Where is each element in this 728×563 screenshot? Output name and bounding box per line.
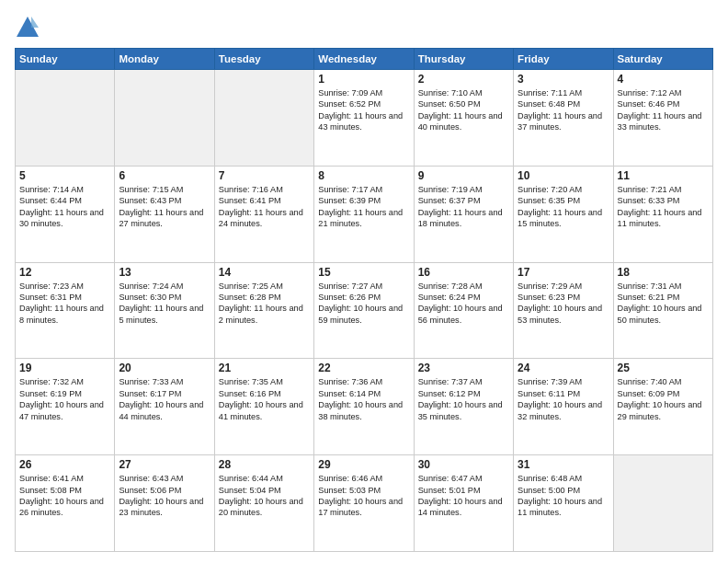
calendar-cell: 4Sunrise: 7:12 AMSunset: 6:46 PMDaylight… (613, 70, 712, 167)
calendar-cell (214, 70, 313, 167)
calendar-cell: 20Sunrise: 7:33 AMSunset: 6:17 PMDayligh… (115, 359, 214, 455)
calendar-cell: 29Sunrise: 6:46 AMSunset: 5:03 PMDayligh… (314, 455, 414, 552)
day-number: 11 (618, 169, 709, 182)
cell-daylight-info: Sunrise: 7:33 AMSunset: 6:17 PMDaylight:… (119, 376, 210, 422)
logo-icon (15, 15, 40, 40)
calendar-cell: 3Sunrise: 7:11 AMSunset: 6:48 PMDaylight… (514, 70, 613, 167)
calendar-cell (115, 70, 214, 167)
day-number: 1 (318, 73, 409, 86)
cell-daylight-info: Sunrise: 7:15 AMSunset: 6:43 PMDaylight:… (119, 184, 210, 230)
weekday-header: Tuesday (214, 49, 313, 70)
cell-daylight-info: Sunrise: 7:36 AMSunset: 6:14 PMDaylight:… (318, 376, 409, 422)
day-number: 18 (618, 266, 709, 279)
calendar-cell: 2Sunrise: 7:10 AMSunset: 6:50 PMDaylight… (414, 70, 513, 167)
calendar-cell: 23Sunrise: 7:37 AMSunset: 6:12 PMDayligh… (414, 359, 513, 455)
cell-daylight-info: Sunrise: 7:39 AMSunset: 6:11 PMDaylight:… (518, 376, 609, 422)
weekday-header: Sunday (16, 49, 115, 70)
cell-daylight-info: Sunrise: 7:11 AMSunset: 6:48 PMDaylight:… (518, 87, 609, 133)
cell-daylight-info: Sunrise: 6:47 AMSunset: 5:01 PMDaylight:… (418, 473, 509, 519)
calendar-cell: 15Sunrise: 7:27 AMSunset: 6:26 PMDayligh… (314, 262, 414, 359)
calendar-header: SundayMondayTuesdayWednesdayThursdayFrid… (16, 49, 713, 70)
cell-daylight-info: Sunrise: 7:12 AMSunset: 6:46 PMDaylight:… (618, 87, 709, 133)
day-number: 4 (618, 73, 709, 86)
svg-marker-1 (31, 17, 39, 28)
day-number: 21 (219, 362, 310, 374)
calendar-cell: 26Sunrise: 6:41 AMSunset: 5:08 PMDayligh… (16, 455, 115, 552)
day-number: 15 (318, 266, 409, 279)
cell-daylight-info: Sunrise: 7:21 AMSunset: 6:33 PMDaylight:… (618, 184, 709, 230)
day-number: 31 (518, 458, 609, 471)
day-number: 19 (19, 362, 110, 374)
calendar-cell: 10Sunrise: 7:20 AMSunset: 6:35 PMDayligh… (514, 166, 613, 262)
day-number: 29 (318, 458, 409, 471)
weekday-header: Wednesday (314, 49, 414, 70)
cell-daylight-info: Sunrise: 7:19 AMSunset: 6:37 PMDaylight:… (418, 184, 509, 230)
calendar-cell: 16Sunrise: 7:28 AMSunset: 6:24 PMDayligh… (414, 262, 513, 359)
weekday-header: Monday (115, 49, 214, 70)
cell-daylight-info: Sunrise: 7:16 AMSunset: 6:41 PMDaylight:… (219, 184, 310, 230)
cell-daylight-info: Sunrise: 7:27 AMSunset: 6:26 PMDaylight:… (318, 281, 409, 327)
day-number: 9 (418, 169, 509, 182)
day-number: 27 (119, 458, 210, 471)
cell-daylight-info: Sunrise: 6:43 AMSunset: 5:06 PMDaylight:… (119, 473, 210, 519)
cell-daylight-info: Sunrise: 7:35 AMSunset: 6:16 PMDaylight:… (219, 376, 310, 422)
cell-daylight-info: Sunrise: 7:32 AMSunset: 6:19 PMDaylight:… (19, 376, 110, 422)
calendar-week-row: 19Sunrise: 7:32 AMSunset: 6:19 PMDayligh… (16, 359, 713, 455)
calendar-cell: 5Sunrise: 7:14 AMSunset: 6:44 PMDaylight… (16, 166, 115, 262)
page: SundayMondayTuesdayWednesdayThursdayFrid… (0, 0, 728, 563)
calendar-cell: 14Sunrise: 7:25 AMSunset: 6:28 PMDayligh… (214, 262, 313, 359)
day-number: 8 (318, 169, 409, 182)
cell-daylight-info: Sunrise: 7:40 AMSunset: 6:09 PMDaylight:… (618, 376, 709, 422)
day-number: 10 (518, 169, 609, 182)
calendar-cell: 24Sunrise: 7:39 AMSunset: 6:11 PMDayligh… (514, 359, 613, 455)
day-number: 2 (418, 73, 509, 86)
calendar-table: SundayMondayTuesdayWednesdayThursdayFrid… (15, 48, 713, 552)
day-number: 6 (119, 169, 210, 182)
cell-daylight-info: Sunrise: 7:20 AMSunset: 6:35 PMDaylight:… (518, 184, 609, 230)
day-number: 16 (418, 266, 509, 279)
day-number: 25 (618, 362, 709, 374)
calendar-cell: 6Sunrise: 7:15 AMSunset: 6:43 PMDaylight… (115, 166, 214, 262)
calendar-cell: 18Sunrise: 7:31 AMSunset: 6:21 PMDayligh… (613, 262, 712, 359)
cell-daylight-info: Sunrise: 7:31 AMSunset: 6:21 PMDaylight:… (618, 281, 709, 327)
cell-daylight-info: Sunrise: 7:14 AMSunset: 6:44 PMDaylight:… (19, 184, 110, 230)
calendar-cell (613, 455, 712, 552)
day-number: 30 (418, 458, 509, 471)
calendar-week-row: 12Sunrise: 7:23 AMSunset: 6:31 PMDayligh… (16, 262, 713, 359)
calendar-cell: 17Sunrise: 7:29 AMSunset: 6:23 PMDayligh… (514, 262, 613, 359)
cell-daylight-info: Sunrise: 7:28 AMSunset: 6:24 PMDaylight:… (418, 281, 509, 327)
calendar-week-row: 1Sunrise: 7:09 AMSunset: 6:52 PMDaylight… (16, 70, 713, 167)
cell-daylight-info: Sunrise: 6:48 AMSunset: 5:00 PMDaylight:… (518, 473, 609, 519)
weekday-header: Thursday (414, 49, 513, 70)
calendar-cell: 13Sunrise: 7:24 AMSunset: 6:30 PMDayligh… (115, 262, 214, 359)
calendar-cell: 8Sunrise: 7:17 AMSunset: 6:39 PMDaylight… (314, 166, 414, 262)
calendar-cell: 7Sunrise: 7:16 AMSunset: 6:41 PMDaylight… (214, 166, 313, 262)
calendar-cell: 31Sunrise: 6:48 AMSunset: 5:00 PMDayligh… (514, 455, 613, 552)
calendar-cell: 19Sunrise: 7:32 AMSunset: 6:19 PMDayligh… (16, 359, 115, 455)
day-number: 24 (518, 362, 609, 374)
cell-daylight-info: Sunrise: 7:29 AMSunset: 6:23 PMDaylight:… (518, 281, 609, 327)
day-number: 13 (119, 266, 210, 279)
cell-daylight-info: Sunrise: 7:10 AMSunset: 6:50 PMDaylight:… (418, 87, 509, 133)
day-number: 17 (518, 266, 609, 279)
cell-daylight-info: Sunrise: 7:23 AMSunset: 6:31 PMDaylight:… (19, 281, 110, 327)
cell-daylight-info: Sunrise: 6:46 AMSunset: 5:03 PMDaylight:… (318, 473, 409, 519)
calendar-cell (16, 70, 115, 167)
day-number: 5 (19, 169, 110, 182)
calendar-week-row: 26Sunrise: 6:41 AMSunset: 5:08 PMDayligh… (16, 455, 713, 552)
calendar-cell: 25Sunrise: 7:40 AMSunset: 6:09 PMDayligh… (613, 359, 712, 455)
calendar-cell: 28Sunrise: 6:44 AMSunset: 5:04 PMDayligh… (214, 455, 313, 552)
calendar-cell: 11Sunrise: 7:21 AMSunset: 6:33 PMDayligh… (613, 166, 712, 262)
calendar-cell: 21Sunrise: 7:35 AMSunset: 6:16 PMDayligh… (214, 359, 313, 455)
cell-daylight-info: Sunrise: 6:41 AMSunset: 5:08 PMDaylight:… (19, 473, 110, 519)
cell-daylight-info: Sunrise: 6:44 AMSunset: 5:04 PMDaylight:… (219, 473, 310, 519)
day-number: 22 (318, 362, 409, 374)
cell-daylight-info: Sunrise: 7:25 AMSunset: 6:28 PMDaylight:… (219, 281, 310, 327)
weekday-header: Friday (514, 49, 613, 70)
day-number: 3 (518, 73, 609, 86)
day-number: 14 (219, 266, 310, 279)
calendar-cell: 12Sunrise: 7:23 AMSunset: 6:31 PMDayligh… (16, 262, 115, 359)
day-number: 26 (19, 458, 110, 471)
weekday-row: SundayMondayTuesdayWednesdayThursdayFrid… (16, 49, 713, 70)
calendar-week-row: 5Sunrise: 7:14 AMSunset: 6:44 PMDaylight… (16, 166, 713, 262)
